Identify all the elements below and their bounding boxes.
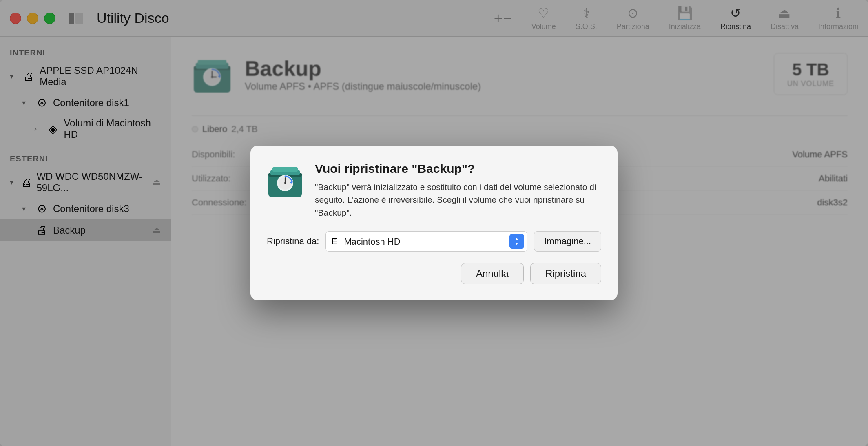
modal-form-row: Ripristina da: 🖥 Macintosh HD Immagine..… — [267, 231, 601, 252]
ripristina-button[interactable]: Ripristina — [530, 263, 601, 284]
modal-body-text: "Backup" verrà inizializzato e sostituit… — [315, 181, 601, 219]
volume-select-wrap: 🖥 Macintosh HD — [326, 231, 527, 252]
macintosh-hd-icon: 🖥 — [330, 237, 339, 246]
annulla-button[interactable]: Annulla — [461, 263, 524, 284]
modal-title: Vuoi ripristinare "Backup"? — [315, 162, 601, 176]
ripristina-da-label: Ripristina da: — [267, 236, 319, 247]
modal-header: Vuoi ripristinare "Backup"? "Backup" ver… — [267, 162, 601, 219]
modal-backup-icon — [267, 162, 303, 199]
restore-modal: Vuoi ripristinare "Backup"? "Backup" ver… — [250, 146, 618, 301]
modal-overlay: Vuoi ripristinare "Backup"? "Backup" ver… — [0, 0, 868, 446]
modal-text-area: Vuoi ripristinare "Backup"? "Backup" ver… — [315, 162, 601, 219]
svg-point-20 — [284, 182, 286, 184]
volume-select[interactable]: Macintosh HD — [326, 231, 527, 252]
immagine-button[interactable]: Immagine... — [534, 231, 601, 252]
svg-rect-15 — [272, 167, 298, 172]
modal-buttons: Annulla Ripristina — [267, 263, 601, 284]
